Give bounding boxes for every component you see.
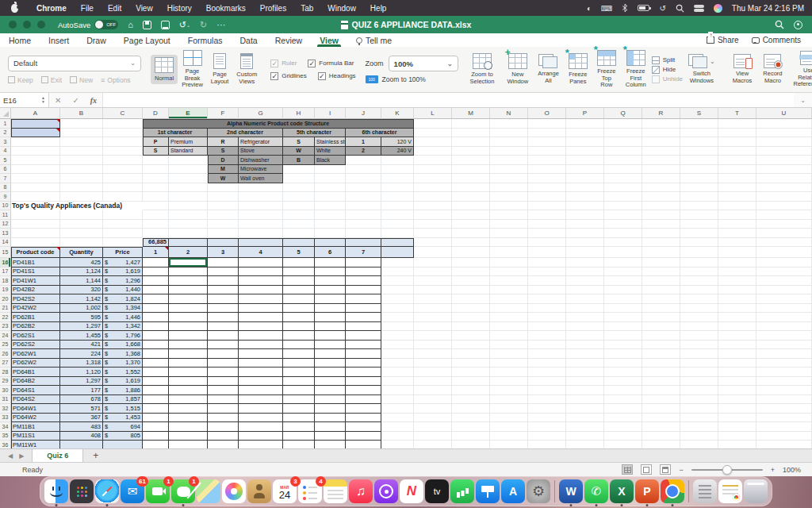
cell-J21[interactable] <box>346 304 381 314</box>
cell-K32[interactable] <box>381 404 414 414</box>
cell-K3[interactable]: 120 V <box>381 137 414 147</box>
cell-J27[interactable] <box>346 359 381 368</box>
cell-Q22[interactable] <box>604 313 642 322</box>
cell-L2[interactable] <box>414 129 452 138</box>
cell-P20[interactable] <box>566 294 604 304</box>
cell-S11[interactable] <box>680 210 718 220</box>
cell-M11[interactable] <box>452 210 490 220</box>
cell-J18[interactable] <box>346 276 381 286</box>
cell-P25[interactable] <box>566 341 604 350</box>
cell-K14[interactable] <box>381 238 414 248</box>
cell-A4[interactable] <box>11 147 60 156</box>
cell-F2[interactable]: 2nd character <box>208 129 283 138</box>
cell-L15[interactable] <box>414 247 452 258</box>
cell-U23[interactable] <box>756 322 812 332</box>
cell-R31[interactable] <box>642 395 680 405</box>
cell-O29[interactable] <box>528 377 566 387</box>
cell-Q9[interactable] <box>604 192 642 202</box>
cell-C26[interactable]: $1,368 <box>103 349 143 359</box>
row-header-32[interactable]: 32 <box>0 404 11 414</box>
autosave-toggle[interactable]: OFF <box>94 20 118 29</box>
cell-S2[interactable] <box>680 129 718 138</box>
cell-F11[interactable] <box>208 210 239 220</box>
col-header-R[interactable]: R <box>642 108 680 119</box>
cell-B6[interactable] <box>60 165 103 175</box>
cell-M28[interactable] <box>452 368 490 377</box>
cell-P15[interactable] <box>566 247 604 258</box>
cell-P31[interactable] <box>566 395 604 405</box>
cell-C20[interactable]: $1,824 <box>103 294 143 304</box>
cell-P6[interactable] <box>566 165 604 175</box>
cell-R10[interactable] <box>642 202 680 211</box>
cell-S8[interactable] <box>680 183 718 193</box>
cell-T12[interactable] <box>718 220 756 229</box>
cell-E30[interactable] <box>169 386 208 395</box>
cell-N11[interactable] <box>490 210 528 220</box>
dock-excel-icon[interactable]: X <box>610 479 634 503</box>
cell-A6[interactable] <box>11 165 60 175</box>
cell-G5[interactable]: Dishwasher <box>239 156 283 165</box>
cell-O9[interactable] <box>528 192 566 202</box>
cell-C29[interactable]: $1,619 <box>103 377 143 387</box>
cell-A2[interactable] <box>11 129 60 138</box>
cell-T16[interactable] <box>718 258 756 267</box>
cell-C31[interactable]: $1,857 <box>103 395 143 405</box>
cell-C18[interactable]: $1,296 <box>103 276 143 286</box>
cell-Q15[interactable] <box>604 247 642 258</box>
cell-I16[interactable] <box>315 258 346 267</box>
cell-K7[interactable] <box>381 174 414 183</box>
cell-N13[interactable] <box>490 229 528 238</box>
cell-F27[interactable] <box>208 359 239 368</box>
cell-U34[interactable] <box>756 422 812 432</box>
cell-Q19[interactable] <box>604 286 642 295</box>
menu-item-window[interactable]: Window <box>320 4 363 13</box>
cell-G14[interactable] <box>239 238 283 248</box>
cell-B27[interactable]: 1,318 <box>60 359 103 368</box>
cell-U26[interactable] <box>756 349 812 359</box>
cell-L8[interactable] <box>414 183 452 193</box>
cell-S26[interactable] <box>680 349 718 359</box>
col-header-L[interactable]: L <box>414 108 452 119</box>
freeze-panes-button[interactable]: Freeze Panes <box>565 51 592 87</box>
cell-R32[interactable] <box>642 404 680 414</box>
cell-L29[interactable] <box>414 377 452 387</box>
cell-N19[interactable] <box>490 286 528 295</box>
cell-J9[interactable] <box>346 192 381 202</box>
cell-N10[interactable] <box>490 202 528 211</box>
cell-P9[interactable] <box>566 192 604 202</box>
cell-P1[interactable] <box>566 119 604 129</box>
cell-F9[interactable] <box>208 192 239 202</box>
col-header-A[interactable]: A <box>11 108 60 119</box>
col-header-I[interactable]: I <box>315 108 346 119</box>
cell-I7[interactable] <box>315 174 346 183</box>
dock-safari-icon[interactable] <box>95 479 119 503</box>
cell-K11[interactable] <box>381 210 414 220</box>
prev-sheet-arrow[interactable]: ◀ <box>8 452 13 460</box>
ruler-checkbox[interactable]: ✓Ruler <box>270 60 297 67</box>
col-header-Q[interactable]: Q <box>604 108 642 119</box>
cell-R5[interactable] <box>642 156 680 165</box>
cell-N16[interactable] <box>490 258 528 267</box>
cell-J30[interactable] <box>346 386 381 395</box>
dock-chrome-icon[interactable] <box>661 479 684 503</box>
cell-G33[interactable] <box>239 414 283 423</box>
cell-R22[interactable] <box>642 313 680 322</box>
cell-R14[interactable] <box>642 238 680 248</box>
cell-L12[interactable] <box>414 220 452 229</box>
cell-C8[interactable] <box>103 183 143 193</box>
cell-J36[interactable] <box>346 441 381 448</box>
cell-B23[interactable]: 1,297 <box>60 322 103 332</box>
cell-Q32[interactable] <box>604 404 642 414</box>
dock-news-icon[interactable]: N <box>400 479 423 503</box>
cell-G34[interactable] <box>239 422 283 432</box>
cell-S36[interactable] <box>680 441 718 448</box>
cell-S21[interactable] <box>680 304 718 314</box>
col-header-K[interactable]: K <box>381 108 414 119</box>
cell-D2[interactable]: 1st character <box>143 129 208 138</box>
view-macros-button[interactable]: View Macros <box>729 52 756 87</box>
cell-T23[interactable] <box>718 322 756 332</box>
row-header-4[interactable]: 4 <box>0 147 11 156</box>
exit-button[interactable]: Exit <box>41 76 62 84</box>
search-icon[interactable] <box>775 20 784 29</box>
cell-N9[interactable] <box>490 192 528 202</box>
